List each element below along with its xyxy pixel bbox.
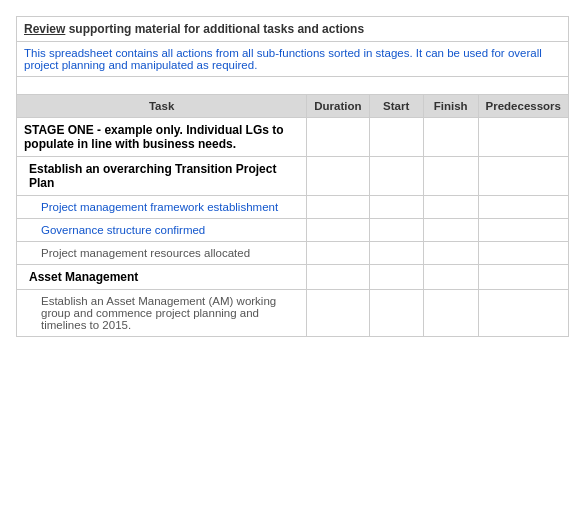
task-1-label: Project management framework establishme… [17, 196, 307, 219]
asset-task-1-start [369, 290, 423, 337]
section1-duration [307, 157, 369, 196]
section1-finish [423, 157, 478, 196]
task-3-duration [307, 242, 369, 265]
stage-one-label: STAGE ONE - example only. Individual LGs… [17, 118, 307, 157]
spacer-row [17, 77, 569, 95]
task-row-2: Governance structure confirmed [17, 219, 569, 242]
asset-task-1-label: Establish an Asset Management (AM) worki… [17, 290, 307, 337]
asset-task-1-finish [423, 290, 478, 337]
section1-start [369, 157, 423, 196]
main-table: Review supporting material for additiona… [16, 16, 569, 337]
task-3-start [369, 242, 423, 265]
asset-task-row-1: Establish an Asset Management (AM) worki… [17, 290, 569, 337]
section2-start [369, 265, 423, 290]
task-3-label: Project management resources allocated [17, 242, 307, 265]
section1-pred [478, 157, 568, 196]
info-cell: This spreadsheet contains all actions fr… [17, 42, 569, 77]
task-row-3: Project management resources allocated [17, 242, 569, 265]
stage-one-duration [307, 118, 369, 157]
task-2-label: Governance structure confirmed [17, 219, 307, 242]
asset-task-1-duration [307, 290, 369, 337]
section1-row: Establish an overarching Transition Proj… [17, 157, 569, 196]
col-header-start: Start [369, 95, 423, 118]
task-3-finish [423, 242, 478, 265]
spacer-cell [17, 77, 569, 95]
review-bold-text: Review [24, 22, 65, 36]
task-3-pred [478, 242, 568, 265]
stage-one-start [369, 118, 423, 157]
column-header-row: Task Duration Start Finish Predecessors [17, 95, 569, 118]
task-2-pred [478, 219, 568, 242]
stage-one-row: STAGE ONE - example only. Individual LGs… [17, 118, 569, 157]
stage-one-pred [478, 118, 568, 157]
col-header-task: Task [17, 95, 307, 118]
task-row-1: Project management framework establishme… [17, 196, 569, 219]
task-1-start [369, 196, 423, 219]
section2-duration [307, 265, 369, 290]
task-2-duration [307, 219, 369, 242]
header-row: Review supporting material for additiona… [17, 17, 569, 42]
task-2-finish [423, 219, 478, 242]
col-header-predecessors: Predecessors [478, 95, 568, 118]
task-1-pred [478, 196, 568, 219]
stage-one-finish [423, 118, 478, 157]
asset-task-1-pred [478, 290, 568, 337]
section2-pred [478, 265, 568, 290]
header-cell: Review supporting material for additiona… [17, 17, 569, 42]
section2-label: Asset Management [17, 265, 307, 290]
section2-row: Asset Management [17, 265, 569, 290]
task-2-start [369, 219, 423, 242]
section2-finish [423, 265, 478, 290]
task-1-finish [423, 196, 478, 219]
col-header-finish: Finish [423, 95, 478, 118]
section1-label: Establish an overarching Transition Proj… [17, 157, 307, 196]
info-row: This spreadsheet contains all actions fr… [17, 42, 569, 77]
col-header-duration: Duration [307, 95, 369, 118]
task-1-duration [307, 196, 369, 219]
header-rest-text: supporting material for additional tasks… [65, 22, 364, 36]
